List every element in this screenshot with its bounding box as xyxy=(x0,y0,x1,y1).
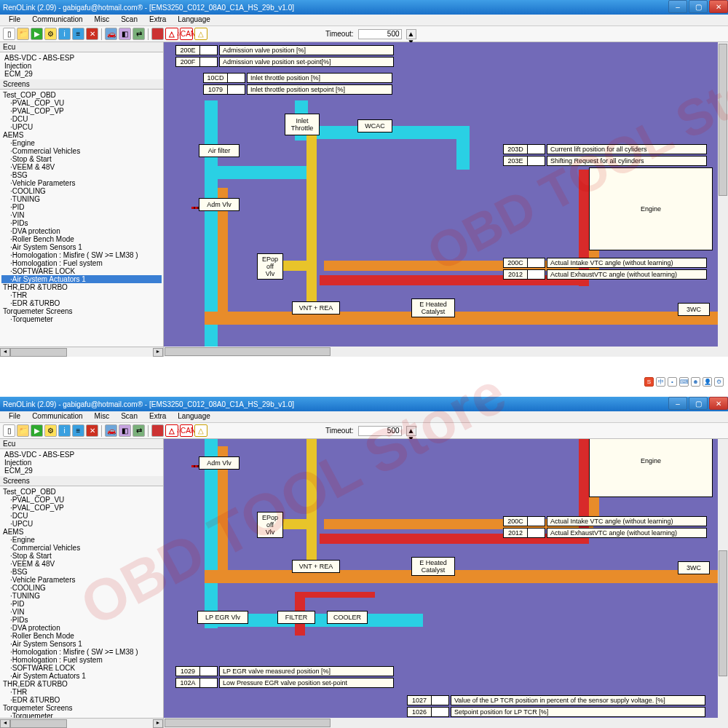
tree-node[interactable]: Test_COP_OBD xyxy=(1,91,162,99)
close-button[interactable]: ✕ xyxy=(709,397,728,410)
graph-icon[interactable]: ⇄ xyxy=(132,424,145,437)
tree-node[interactable]: ·Stop & Start xyxy=(1,155,162,163)
car-icon[interactable]: 🚗 xyxy=(105,28,117,40)
tree-node[interactable]: ·PVAL_COP_VP xyxy=(1,107,162,115)
note-icon[interactable] xyxy=(151,424,164,437)
tree-node[interactable]: ·TUNING xyxy=(1,592,162,600)
menu-file[interactable]: File xyxy=(3,15,26,25)
diagram-hscroll[interactable] xyxy=(164,718,718,728)
stop-icon[interactable]: ✕ xyxy=(86,424,98,437)
tree-node[interactable]: ·Air System Actuators 1 xyxy=(1,672,162,680)
maximize-button[interactable]: ▢ xyxy=(689,397,708,410)
play-icon[interactable]: ▶ xyxy=(31,424,43,437)
tree-node[interactable]: ·DVA protection xyxy=(1,227,162,235)
timeout-spinner[interactable]: ▲▼ xyxy=(406,29,416,39)
tree-node[interactable]: ·SOFTWARE LOCK xyxy=(1,664,162,672)
timeout-input[interactable] xyxy=(358,426,402,436)
tree-node[interactable]: ·TUNING xyxy=(1,195,162,203)
tree-node[interactable]: ·THR xyxy=(1,688,162,696)
tree-node[interactable]: ·DCU xyxy=(1,512,162,520)
tree-node[interactable]: ·EDR &TURBO xyxy=(1,696,162,704)
chip-icon[interactable]: ◧ xyxy=(119,424,131,437)
tree-node[interactable]: ·Torquemeter xyxy=(1,712,162,718)
tree-node[interactable]: ·DVA protection xyxy=(1,624,162,632)
note-icon[interactable] xyxy=(151,28,164,40)
ime-status-bar[interactable]: S 中 • ⌨ ☻ 👤 ⚙ xyxy=(644,377,724,387)
close-button[interactable]: ✕ xyxy=(709,0,728,13)
tree-node[interactable]: Torquemeter Screens xyxy=(1,307,162,315)
tree-node[interactable]: ·BSG xyxy=(1,171,162,179)
tree-node[interactable]: ·PID xyxy=(1,203,162,211)
new-icon[interactable]: ▯ xyxy=(3,28,15,40)
ecu-item[interactable]: ECM_29 xyxy=(3,70,160,78)
menu-communication[interactable]: Communication xyxy=(26,411,88,422)
titlebar[interactable]: RenOLink (2.09) - gabigafu@hotmail.com® … xyxy=(0,0,728,15)
screens-tree[interactable]: Test_COP_OBD·PVAL_COP_VU·PVAL_COP_VP·DCU… xyxy=(0,486,163,718)
tree-node[interactable]: ·Commercial Vehicles xyxy=(1,544,162,552)
tree-node[interactable]: ·Air System Actuators 1 xyxy=(1,275,162,283)
tree-node[interactable]: ·PVAL_COP_VP xyxy=(1,504,162,512)
tree-node[interactable]: ·Roller Bench Mode xyxy=(1,235,162,243)
timeout-input[interactable] xyxy=(358,29,402,39)
screens-tree[interactable]: Test_COP_OBD·PVAL_COP_VU·PVAL_COP_VP·DCU… xyxy=(0,90,163,347)
settings-icon[interactable]: ⚙ xyxy=(44,28,57,40)
warn-triangle-yellow-icon[interactable]: △ xyxy=(194,28,207,40)
tree-node[interactable]: AEMS xyxy=(1,528,162,536)
tree-node[interactable]: ·Engine xyxy=(1,536,162,544)
ecu-item[interactable]: ECM_29 xyxy=(3,467,160,475)
ime-cn-icon[interactable]: 中 xyxy=(656,377,665,387)
tree-node[interactable]: ·Homologation : Fuel system xyxy=(1,656,162,664)
tree-node[interactable]: ·VIN xyxy=(1,211,162,219)
info-icon[interactable]: i xyxy=(58,28,71,40)
open-icon[interactable]: 📁 xyxy=(17,28,29,40)
sidebar-hscroll[interactable]: ◄► xyxy=(0,347,163,357)
minimize-button[interactable]: – xyxy=(668,0,687,13)
minimize-button[interactable]: – xyxy=(668,397,687,410)
menu-misc[interactable]: Misc xyxy=(89,15,116,25)
tree-node[interactable]: ·COOLING xyxy=(1,584,162,592)
menu-language[interactable]: Language xyxy=(172,411,216,422)
warn-can-icon[interactable]: △CAN xyxy=(180,28,193,40)
sidebar-hscroll[interactable]: ◄► xyxy=(0,718,163,728)
tree-node[interactable]: ·VEEM & 48V xyxy=(1,163,162,171)
tree-node[interactable]: Test_COP_OBD xyxy=(1,488,162,496)
tree-node[interactable]: ·Air System Sensors 1 xyxy=(1,640,162,648)
tree-node[interactable]: ·Roller Bench Mode xyxy=(1,632,162,640)
tree-node[interactable]: ·VEEM & 48V xyxy=(1,560,162,568)
tree-node[interactable]: AEMS xyxy=(1,131,162,139)
timeout-spinner[interactable]: ▲▼ xyxy=(406,426,416,436)
stop-icon[interactable]: ✕ xyxy=(86,28,98,40)
diagram-canvas[interactable]: Inlet Throttle WCAC Air filter Adm Vlv E… xyxy=(164,42,728,357)
db-icon[interactable]: ≡ xyxy=(72,424,84,437)
menu-scan[interactable]: Scan xyxy=(115,15,143,25)
menu-communication[interactable]: Communication xyxy=(26,15,88,25)
info-icon[interactable]: i xyxy=(58,424,71,437)
tree-node[interactable]: ·PVAL_COP_VU xyxy=(1,99,162,107)
chip-icon[interactable]: ◧ xyxy=(119,28,131,40)
ecu-list[interactable]: ABS-VDC - ABS-ESP Injection ECM_29 xyxy=(0,52,163,79)
diagram-hscroll[interactable] xyxy=(164,347,718,357)
tree-node[interactable]: ·THR xyxy=(1,291,162,299)
tree-node[interactable]: ·BSG xyxy=(1,568,162,576)
ecu-item[interactable]: ABS-VDC - ABS-ESP xyxy=(3,451,160,459)
menu-file[interactable]: File xyxy=(3,411,26,422)
tree-node[interactable]: Torquemeter Screens xyxy=(1,704,162,712)
menu-language[interactable]: Language xyxy=(172,15,216,25)
open-icon[interactable]: 📁 xyxy=(17,424,29,437)
tree-node[interactable]: ·PIDs xyxy=(1,219,162,227)
tree-node[interactable]: ·Homologation : Misfire ( SW >= LM38 ) xyxy=(1,648,162,656)
diagram-canvas[interactable]: Adm Vlv Engine EPop off Vlv VNT + REA E … xyxy=(164,439,728,728)
tree-node[interactable]: ·PVAL_COP_VU xyxy=(1,496,162,504)
ime-settings-icon[interactable]: ⚙ xyxy=(714,377,724,387)
ecu-list[interactable]: ABS-VDC - ABS-ESP Injection ECM_29 xyxy=(0,449,163,476)
tree-node[interactable]: THR,EDR &TURBO xyxy=(1,283,162,291)
ime-punct-icon[interactable]: • xyxy=(668,377,677,387)
settings-icon[interactable]: ⚙ xyxy=(44,424,57,437)
ime-keyboard-icon[interactable]: ⌨ xyxy=(679,377,689,387)
diagram-vscroll[interactable] xyxy=(718,439,728,718)
new-icon[interactable]: ▯ xyxy=(3,424,15,437)
tree-node[interactable]: ·EDR &TURBO xyxy=(1,299,162,307)
menu-extra[interactable]: Extra xyxy=(143,15,172,25)
graph-icon[interactable]: ⇄ xyxy=(132,28,145,40)
menu-misc[interactable]: Misc xyxy=(89,411,116,422)
